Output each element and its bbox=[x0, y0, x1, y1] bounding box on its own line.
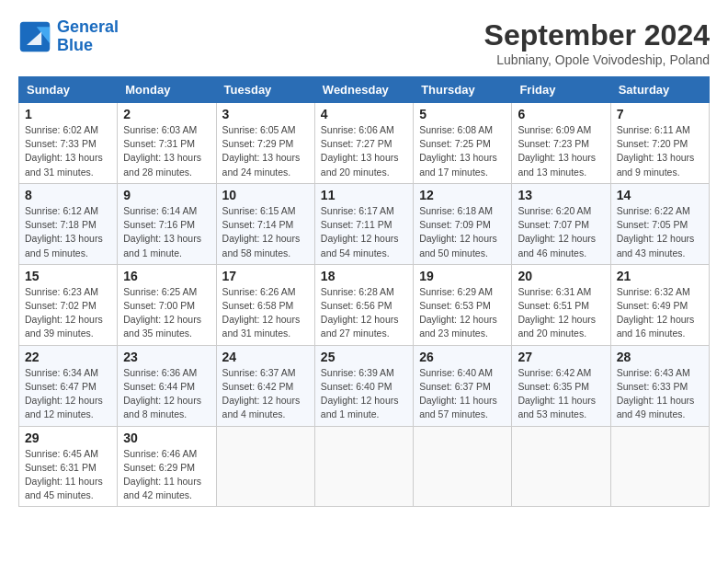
calendar-cell: 29Sunrise: 6:45 AMSunset: 6:31 PMDayligh… bbox=[19, 426, 118, 507]
calendar-cell bbox=[314, 426, 413, 507]
title-area: September 2024 Lubniany, Opole Voivodesh… bbox=[484, 18, 710, 67]
calendar-body: 1Sunrise: 6:02 AMSunset: 7:33 PMDaylight… bbox=[19, 103, 710, 507]
day-info: Sunrise: 6:45 AMSunset: 6:31 PMDaylight:… bbox=[25, 447, 111, 503]
day-number: 25 bbox=[321, 350, 407, 364]
day-number: 18 bbox=[321, 269, 407, 283]
day-number: 10 bbox=[222, 188, 309, 202]
month-title: September 2024 bbox=[484, 18, 710, 52]
calendar-week-2: 8Sunrise: 6:12 AMSunset: 7:18 PMDaylight… bbox=[19, 183, 710, 264]
logo-line2: Blue bbox=[57, 36, 93, 54]
day-info: Sunrise: 6:20 AMSunset: 7:07 PMDaylight:… bbox=[518, 204, 604, 260]
calendar-cell: 23Sunrise: 6:36 AMSunset: 6:44 PMDayligh… bbox=[118, 345, 216, 426]
calendar-cell: 17Sunrise: 6:26 AMSunset: 6:58 PMDayligh… bbox=[216, 264, 314, 345]
day-header-tuesday: Tuesday bbox=[216, 77, 314, 103]
calendar-cell bbox=[512, 426, 610, 507]
day-info: Sunrise: 6:34 AMSunset: 6:47 PMDaylight:… bbox=[25, 366, 111, 422]
day-number: 23 bbox=[123, 350, 210, 364]
day-number: 13 bbox=[518, 188, 604, 202]
calendar-cell: 6Sunrise: 6:09 AMSunset: 7:23 PMDaylight… bbox=[512, 103, 610, 184]
calendar-cell: 9Sunrise: 6:14 AMSunset: 7:16 PMDaylight… bbox=[118, 183, 216, 264]
calendar-cell: 20Sunrise: 6:31 AMSunset: 6:51 PMDayligh… bbox=[512, 264, 610, 345]
day-info: Sunrise: 6:18 AMSunset: 7:09 PMDaylight:… bbox=[419, 204, 506, 260]
day-number: 19 bbox=[419, 269, 506, 283]
day-number: 1 bbox=[25, 107, 111, 121]
day-number: 3 bbox=[222, 107, 309, 121]
header-row: SundayMondayTuesdayWednesdayThursdayFrid… bbox=[19, 77, 710, 103]
calendar: SundayMondayTuesdayWednesdayThursdayFrid… bbox=[18, 76, 710, 507]
day-number: 21 bbox=[617, 269, 703, 283]
calendar-cell: 21Sunrise: 6:32 AMSunset: 6:49 PMDayligh… bbox=[610, 264, 709, 345]
day-header-monday: Monday bbox=[118, 77, 216, 103]
day-number: 9 bbox=[123, 188, 210, 202]
calendar-cell: 28Sunrise: 6:43 AMSunset: 6:33 PMDayligh… bbox=[610, 345, 709, 426]
calendar-cell bbox=[610, 426, 709, 507]
calendar-cell: 30Sunrise: 6:46 AMSunset: 6:29 PMDayligh… bbox=[118, 426, 216, 507]
day-number: 28 bbox=[617, 350, 703, 364]
calendar-week-4: 22Sunrise: 6:34 AMSunset: 6:47 PMDayligh… bbox=[19, 345, 710, 426]
header: General Blue September 2024 Lubniany, Op… bbox=[18, 18, 710, 67]
day-info: Sunrise: 6:46 AMSunset: 6:29 PMDaylight:… bbox=[123, 447, 210, 503]
day-info: Sunrise: 6:39 AMSunset: 6:40 PMDaylight:… bbox=[321, 366, 407, 422]
day-info: Sunrise: 6:12 AMSunset: 7:18 PMDaylight:… bbox=[25, 204, 111, 260]
day-header-wednesday: Wednesday bbox=[314, 77, 413, 103]
day-number: 5 bbox=[419, 107, 506, 121]
day-number: 11 bbox=[321, 188, 407, 202]
day-number: 30 bbox=[123, 431, 210, 445]
calendar-week-5: 29Sunrise: 6:45 AMSunset: 6:31 PMDayligh… bbox=[19, 426, 710, 507]
calendar-cell: 5Sunrise: 6:08 AMSunset: 7:25 PMDaylight… bbox=[414, 103, 512, 184]
calendar-cell: 27Sunrise: 6:42 AMSunset: 6:35 PMDayligh… bbox=[512, 345, 610, 426]
logo-icon bbox=[18, 20, 51, 53]
calendar-cell: 14Sunrise: 6:22 AMSunset: 7:05 PMDayligh… bbox=[610, 183, 709, 264]
logo: General Blue bbox=[18, 18, 119, 55]
calendar-cell bbox=[216, 426, 314, 507]
day-number: 7 bbox=[617, 107, 703, 121]
day-info: Sunrise: 6:40 AMSunset: 6:37 PMDaylight:… bbox=[419, 366, 506, 422]
calendar-week-1: 1Sunrise: 6:02 AMSunset: 7:33 PMDaylight… bbox=[19, 103, 710, 184]
day-number: 17 bbox=[222, 269, 309, 283]
day-header-saturday: Saturday bbox=[610, 77, 709, 103]
day-info: Sunrise: 6:26 AMSunset: 6:58 PMDaylight:… bbox=[222, 285, 309, 341]
calendar-cell: 24Sunrise: 6:37 AMSunset: 6:42 PMDayligh… bbox=[216, 345, 314, 426]
calendar-cell: 4Sunrise: 6:06 AMSunset: 7:27 PMDaylight… bbox=[314, 103, 413, 184]
calendar-cell: 2Sunrise: 6:03 AMSunset: 7:31 PMDaylight… bbox=[118, 103, 216, 184]
day-number: 14 bbox=[617, 188, 703, 202]
calendar-cell: 3Sunrise: 6:05 AMSunset: 7:29 PMDaylight… bbox=[216, 103, 314, 184]
day-info: Sunrise: 6:17 AMSunset: 7:11 PMDaylight:… bbox=[321, 204, 407, 260]
logo-line1: General bbox=[57, 17, 119, 36]
day-header-thursday: Thursday bbox=[414, 77, 512, 103]
calendar-cell: 12Sunrise: 6:18 AMSunset: 7:09 PMDayligh… bbox=[414, 183, 512, 264]
day-number: 4 bbox=[321, 107, 407, 121]
calendar-cell: 18Sunrise: 6:28 AMSunset: 6:56 PMDayligh… bbox=[314, 264, 413, 345]
day-info: Sunrise: 6:23 AMSunset: 7:02 PMDaylight:… bbox=[25, 285, 111, 341]
day-info: Sunrise: 6:25 AMSunset: 7:00 PMDaylight:… bbox=[123, 285, 210, 341]
calendar-cell: 11Sunrise: 6:17 AMSunset: 7:11 PMDayligh… bbox=[314, 183, 413, 264]
calendar-cell: 15Sunrise: 6:23 AMSunset: 7:02 PMDayligh… bbox=[19, 264, 118, 345]
location-subtitle: Lubniany, Opole Voivodeship, Poland bbox=[484, 52, 710, 67]
day-info: Sunrise: 6:11 AMSunset: 7:20 PMDaylight:… bbox=[617, 123, 703, 179]
day-number: 6 bbox=[518, 107, 604, 121]
day-number: 22 bbox=[25, 350, 111, 364]
day-info: Sunrise: 6:14 AMSunset: 7:16 PMDaylight:… bbox=[123, 204, 210, 260]
day-info: Sunrise: 6:02 AMSunset: 7:33 PMDaylight:… bbox=[25, 123, 111, 179]
day-number: 16 bbox=[123, 269, 210, 283]
day-info: Sunrise: 6:43 AMSunset: 6:33 PMDaylight:… bbox=[617, 366, 703, 422]
calendar-cell: 16Sunrise: 6:25 AMSunset: 7:00 PMDayligh… bbox=[118, 264, 216, 345]
calendar-cell: 13Sunrise: 6:20 AMSunset: 7:07 PMDayligh… bbox=[512, 183, 610, 264]
day-info: Sunrise: 6:15 AMSunset: 7:14 PMDaylight:… bbox=[222, 204, 309, 260]
day-info: Sunrise: 6:28 AMSunset: 6:56 PMDaylight:… bbox=[321, 285, 407, 341]
day-number: 8 bbox=[25, 188, 111, 202]
calendar-cell: 26Sunrise: 6:40 AMSunset: 6:37 PMDayligh… bbox=[414, 345, 512, 426]
calendar-cell: 22Sunrise: 6:34 AMSunset: 6:47 PMDayligh… bbox=[19, 345, 118, 426]
day-info: Sunrise: 6:42 AMSunset: 6:35 PMDaylight:… bbox=[518, 366, 604, 422]
calendar-cell: 19Sunrise: 6:29 AMSunset: 6:53 PMDayligh… bbox=[414, 264, 512, 345]
day-number: 20 bbox=[518, 269, 604, 283]
calendar-week-3: 15Sunrise: 6:23 AMSunset: 7:02 PMDayligh… bbox=[19, 264, 710, 345]
day-info: Sunrise: 6:32 AMSunset: 6:49 PMDaylight:… bbox=[617, 285, 703, 341]
day-number: 2 bbox=[123, 107, 210, 121]
calendar-cell: 1Sunrise: 6:02 AMSunset: 7:33 PMDaylight… bbox=[19, 103, 118, 184]
day-number: 24 bbox=[222, 350, 309, 364]
day-number: 27 bbox=[518, 350, 604, 364]
calendar-cell: 8Sunrise: 6:12 AMSunset: 7:18 PMDaylight… bbox=[19, 183, 118, 264]
day-info: Sunrise: 6:31 AMSunset: 6:51 PMDaylight:… bbox=[518, 285, 604, 341]
calendar-cell bbox=[414, 426, 512, 507]
